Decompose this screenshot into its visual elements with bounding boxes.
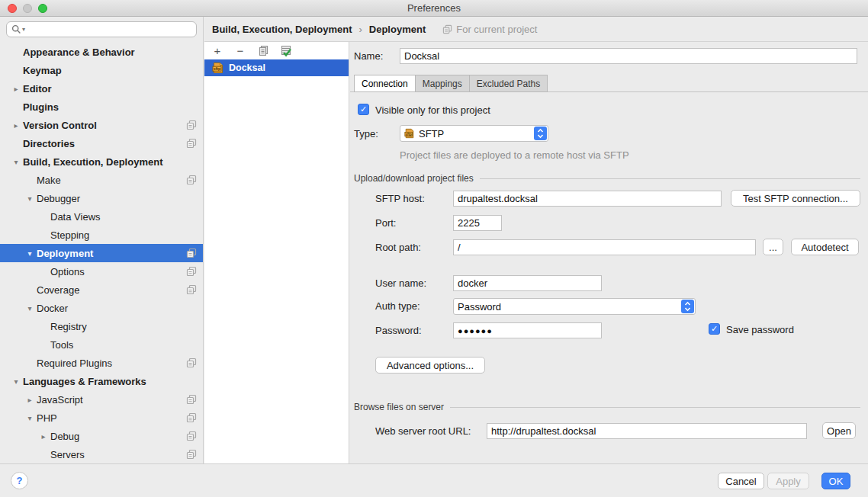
auth-type-label: Auth type: <box>375 300 420 312</box>
expand-arrow-icon[interactable]: ▸ <box>9 121 23 130</box>
name-input[interactable] <box>400 48 857 64</box>
search-icon <box>11 24 21 34</box>
sidebar-item-keymap[interactable]: Keymap <box>0 61 203 79</box>
expand-arrow-icon[interactable]: ▸ <box>37 432 50 441</box>
type-select-stepper-icon[interactable] <box>534 127 547 140</box>
browse-root-path-button[interactable]: ... <box>763 239 783 255</box>
sidebar-item-label: Directories <box>23 138 75 149</box>
expand-arrow-icon[interactable]: ▾ <box>23 194 37 203</box>
sftp-host-label: SFTP host: <box>375 193 425 204</box>
sidebar-item-javascript[interactable]: ▸JavaScript <box>0 390 203 409</box>
sidebar-item-label: Registry <box>50 321 87 332</box>
expand-arrow-icon[interactable]: ▾ <box>9 377 23 386</box>
sidebar-item-data-views[interactable]: Data Views <box>0 207 203 226</box>
close-window-button[interactable] <box>8 4 17 13</box>
sidebar-item-plugins[interactable]: Plugins <box>0 98 203 116</box>
sidebar-item-directories[interactable]: Directories <box>0 134 203 152</box>
in-project-icon <box>186 394 197 405</box>
sftp-host-input[interactable] <box>453 191 722 207</box>
sidebar-item-options[interactable]: Options <box>0 262 203 281</box>
use-as-default-button[interactable] <box>279 44 293 58</box>
save-password-checkbox[interactable]: ✓ <box>709 323 720 335</box>
in-project-icon <box>186 266 197 277</box>
user-name-input[interactable] <box>453 275 602 291</box>
ok-button[interactable]: OK <box>821 473 850 489</box>
type-select[interactable]: sftp SFTP <box>400 125 548 142</box>
tab-connection[interactable]: Connection <box>354 75 415 92</box>
open-url-button[interactable]: Open <box>822 422 856 439</box>
tab-mappings[interactable]: Mappings <box>415 75 469 92</box>
auth-type-select[interactable]: Password <box>453 298 696 315</box>
zoom-window-button[interactable] <box>38 4 47 13</box>
autodetect-button[interactable]: Autodetect <box>791 239 859 255</box>
advanced-options-button[interactable]: Advanced options... <box>375 357 485 374</box>
help-button[interactable]: ? <box>11 472 28 489</box>
settings-search-box[interactable]: ▾ <box>6 21 197 37</box>
sidebar-item-label: Appearance & Behavior <box>23 46 135 58</box>
type-label: Type: <box>354 128 378 139</box>
sidebar-item-label: JavaScript <box>37 394 83 406</box>
sidebar-item-label: Stepping <box>50 229 89 241</box>
sidebar-item-label: Keymap <box>23 65 62 76</box>
sftp-type-icon: sftp <box>404 128 415 139</box>
sidebar-item-debug[interactable]: ▸Debug <box>0 427 203 445</box>
test-sftp-connection-button[interactable]: Test SFTP connection... <box>731 190 860 207</box>
breadcrumb-deployment[interactable]: Deployment <box>369 24 426 35</box>
sidebar-item-php[interactable]: ▾PHP <box>0 409 203 427</box>
sidebar-item-label: Build, Execution, Deployment <box>23 156 162 168</box>
server-item-docksal[interactable]: sftp Docksal <box>204 59 349 76</box>
auth-type-select-stepper-icon[interactable] <box>681 300 694 313</box>
expand-arrow-icon[interactable]: ▸ <box>9 85 23 93</box>
breadcrumb-build-execution-deployment[interactable]: Build, Execution, Deployment <box>212 24 352 35</box>
password-label: Password: <box>375 325 422 336</box>
sidebar-item-build-execution-deployment[interactable]: ▾Build, Execution, Deployment <box>0 152 203 171</box>
tab-excluded-paths[interactable]: Excluded Paths <box>469 75 548 92</box>
server-list-panel: + − <box>204 42 349 463</box>
expand-arrow-icon[interactable]: ▸ <box>23 396 37 404</box>
port-input[interactable] <box>453 215 502 231</box>
password-input[interactable] <box>453 322 602 338</box>
expand-arrow-icon[interactable]: ▾ <box>23 249 37 258</box>
sidebar-item-registry[interactable]: Registry <box>0 317 203 335</box>
deployment-form: Name: Connection Mappings Excluded Paths… <box>350 42 868 463</box>
expand-arrow-icon[interactable]: ▾ <box>9 158 23 166</box>
sidebar-item-stepping[interactable]: Stepping <box>0 226 203 244</box>
search-options-arrow-icon[interactable]: ▾ <box>22 26 25 33</box>
sidebar-item-label: Editor <box>23 83 52 95</box>
sidebar-item-tools[interactable]: Tools <box>0 335 203 354</box>
sidebar-item-required-plugins[interactable]: Required Plugins <box>0 354 203 372</box>
sidebar-item-debugger[interactable]: ▾Debugger <box>0 189 203 207</box>
server-name: Docksal <box>229 63 265 73</box>
sidebar-item-version-control[interactable]: ▸Version Control <box>0 116 203 134</box>
sidebar-item-coverage[interactable]: Coverage <box>0 281 203 299</box>
sidebar-item-languages-frameworks[interactable]: ▾Languages & Frameworks <box>0 372 203 390</box>
in-project-icon <box>186 175 197 185</box>
in-project-icon <box>186 431 197 441</box>
cancel-button[interactable]: Cancel <box>718 473 764 489</box>
root-path-input[interactable] <box>453 239 756 255</box>
sidebar-item-label: Servers <box>50 449 85 460</box>
name-label: Name: <box>354 50 383 62</box>
expand-arrow-icon[interactable]: ▾ <box>23 304 37 313</box>
in-project-icon <box>186 248 197 258</box>
remove-server-button[interactable]: − <box>233 44 247 58</box>
visible-only-checkbox[interactable]: ✓ <box>358 104 369 115</box>
add-server-button[interactable]: + <box>211 44 224 58</box>
preferences-window: Preferences ▾ Appearance & BehaviorKeyma… <box>0 0 868 497</box>
sidebar-item-label: Deployment <box>37 248 93 259</box>
web-root-input[interactable] <box>487 423 807 439</box>
sidebar-item-docker[interactable]: ▾Docker <box>0 299 203 317</box>
search-input[interactable] <box>28 24 191 36</box>
sidebar-item-editor[interactable]: ▸Editor <box>0 79 203 98</box>
sidebar-item-make[interactable]: Make <box>0 171 203 189</box>
minimize-window-button[interactable] <box>23 4 32 13</box>
sidebar-item-deployment[interactable]: ▾Deployment <box>0 244 203 262</box>
apply-button[interactable]: Apply <box>767 473 809 489</box>
port-label: Port: <box>375 217 396 229</box>
sidebar-item-appearance-behavior[interactable]: Appearance & Behavior <box>0 43 203 61</box>
visible-only-label: Visible only for this project <box>375 104 490 116</box>
sidebar-item-servers[interactable]: Servers <box>0 445 203 463</box>
browse-section-header: Browse files on server <box>354 402 860 412</box>
copy-server-button[interactable] <box>256 44 270 58</box>
expand-arrow-icon[interactable]: ▾ <box>23 414 37 422</box>
